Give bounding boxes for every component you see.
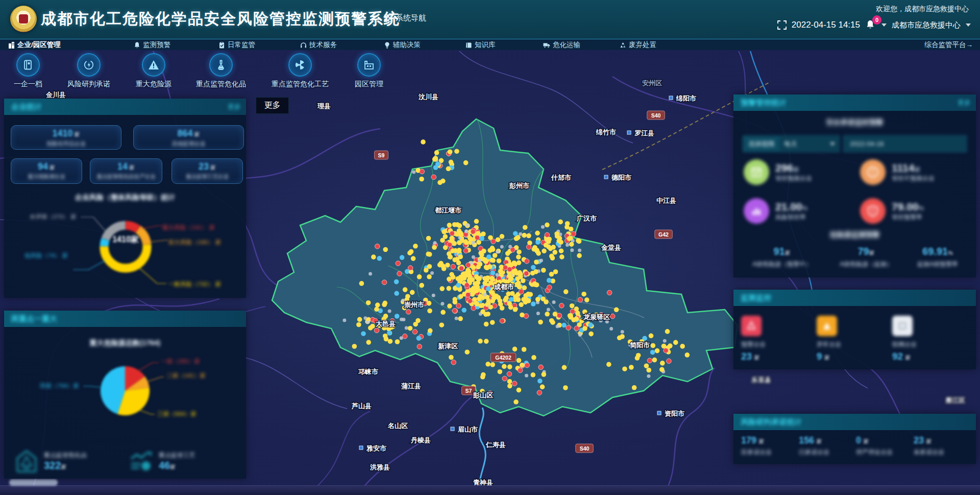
stat-label: A级危险源（预警中） (744, 260, 820, 269)
enterprise-dot (479, 236, 484, 241)
system-nav-button[interactable]: 系统导航 (384, 13, 426, 23)
map-place-label: 简阳市 (630, 341, 650, 349)
enterprise-dot (437, 263, 443, 268)
enterprise-dot (458, 316, 463, 321)
period-select[interactable]: 选择期限 每天 (743, 135, 840, 152)
enterprise-dot (520, 313, 525, 318)
enterprise-dot (489, 276, 495, 281)
enterprise-dot (589, 332, 594, 337)
enterprise-dot (397, 271, 402, 276)
stat-value: 9 (817, 351, 822, 362)
stat-unit: 家 (785, 250, 791, 256)
enterprise-dot (388, 339, 393, 344)
chevron-down-icon[interactable] (966, 23, 971, 27)
nav-item-knowledge-base[interactable]: 知识库 (465, 39, 496, 51)
enterprise-dot (474, 219, 479, 224)
enterprise-dot (452, 257, 457, 263)
enterprise-dot (451, 264, 456, 269)
nav-item-waste-disposal[interactable]: 废弃处置 (620, 39, 656, 51)
nav-item-monitor-warning[interactable]: 监测预警 (134, 39, 170, 51)
stat-label: 重点监管工艺企业 (172, 173, 242, 180)
commitment-stat: 179 家 应承诺企业 (741, 435, 772, 457)
enterprise-dot (614, 308, 619, 313)
date-picker[interactable]: 2022-04-16 (843, 135, 967, 152)
enterprise-dot (377, 256, 382, 261)
enterprise-dot (574, 307, 579, 312)
stat-label: 应承诺企业 (741, 448, 772, 457)
stat-unit: 家 (129, 164, 135, 171)
enterprise-dot (395, 314, 400, 319)
enterprise-dot (383, 301, 388, 306)
enterprise-dot (407, 250, 412, 255)
enterprise-dot (507, 267, 512, 272)
subnav-item-key-process[interactable]: 重点监管危化工艺 (267, 53, 333, 89)
donut-segment (104, 245, 147, 268)
enterprise-dot (549, 272, 554, 277)
enterprise-dot (463, 273, 468, 278)
enterprise-dot (455, 317, 458, 320)
map-place-label: 德阳市 (611, 174, 631, 181)
subnav-item-risk-commitment[interactable]: 风险研判承诺 (56, 53, 122, 89)
enterprise-dot (471, 229, 476, 234)
connected-square-icon (892, 316, 913, 336)
user-menu[interactable]: 成都市应急救援中心 (892, 20, 961, 30)
enterprise-dot (387, 331, 392, 336)
nav-item-decision-support[interactable]: 辅助决策 (384, 39, 421, 51)
enterprise-dot (531, 301, 536, 307)
notification-badge: 0 (872, 15, 881, 25)
enterprise-dot (514, 282, 519, 288)
nav-item-hazmat-transport[interactable]: 危化运输 (543, 39, 580, 51)
panel-more-link[interactable]: 更多 (958, 95, 971, 111)
map-place-label: 仁寿县 (485, 441, 506, 449)
subnav-item-archive[interactable]: 一企一档 (0, 53, 61, 89)
enterprise-dot (410, 290, 415, 295)
enterprise-dot (647, 374, 650, 378)
enterprise-dot (464, 283, 470, 288)
nav-item-tech-service[interactable]: 技术服务 (300, 39, 337, 51)
panel-more-link[interactable]: 更多 (228, 99, 241, 115)
map-place-label: 金堂县 (601, 244, 621, 251)
notifications-button[interactable]: 0 (865, 19, 876, 31)
enterprise-dot (517, 388, 522, 393)
enterprise-dot (521, 278, 526, 284)
nav-item-enterprise-park[interactable]: 企业/园区管理 (8, 39, 61, 51)
enterprise-dot (510, 247, 516, 252)
enterprise-dot (517, 249, 522, 254)
enterprise-dot (455, 232, 460, 237)
period-label: 选择期限 (743, 135, 780, 152)
subnav-item-key-chemicals[interactable]: 重点监管危化品 (188, 53, 254, 89)
panel-title: 监测监控 (741, 290, 771, 306)
map-place-label: 广汉市 (576, 215, 597, 222)
commitment-stat: 156 家 已承诺企业 (799, 435, 829, 457)
stat-value: 0 (856, 435, 861, 445)
platform-link[interactable]: 综合监管平台→ (925, 39, 973, 51)
enterprise-dot (538, 365, 544, 370)
enterprise-dot (361, 331, 366, 336)
map-place-label: 绵竹市 (596, 128, 616, 136)
stat-box-key-chem: 14家 重点监管危化品生产企业 (90, 158, 162, 184)
radiation-icon (295, 59, 306, 70)
chevron-down-icon[interactable] (881, 23, 887, 27)
enterprise-dot (411, 256, 416, 261)
legend-level2: 二级（141）家 (166, 372, 206, 380)
main-navbar: 企业/园区管理 监测预警 日常监管 技术服务 辅助决策 知识库 危化运输 废弃 (0, 39, 980, 50)
enterprise-dot (507, 371, 512, 376)
subnav-item-park-management[interactable]: 园区管理 (336, 53, 402, 89)
welcome-text: 欢迎您，成都市应急救援中心 (876, 5, 969, 14)
enterprise-dot (569, 227, 574, 232)
card-unit: % (802, 205, 808, 212)
enterprise-dot (673, 340, 678, 345)
fullscreen-icon[interactable] (777, 20, 787, 30)
card-label: 风险管控率 (775, 213, 807, 222)
enterprise-dot (400, 336, 403, 340)
enterprise-dot (504, 296, 509, 301)
map-more-button[interactable]: 更多 (256, 97, 289, 114)
svg-text:S40: S40 (580, 445, 590, 452)
enterprise-dot (516, 297, 521, 302)
stat-unit: 家 (210, 164, 216, 171)
enterprise-dot (488, 235, 493, 240)
nav-item-daily-supervision[interactable]: 日常监管 (218, 39, 255, 51)
pie-callout-line (137, 363, 159, 372)
map-place-label: 汶川县 (418, 93, 438, 101)
subnav-item-major-hazard[interactable]: 重大危险源 (120, 53, 187, 89)
